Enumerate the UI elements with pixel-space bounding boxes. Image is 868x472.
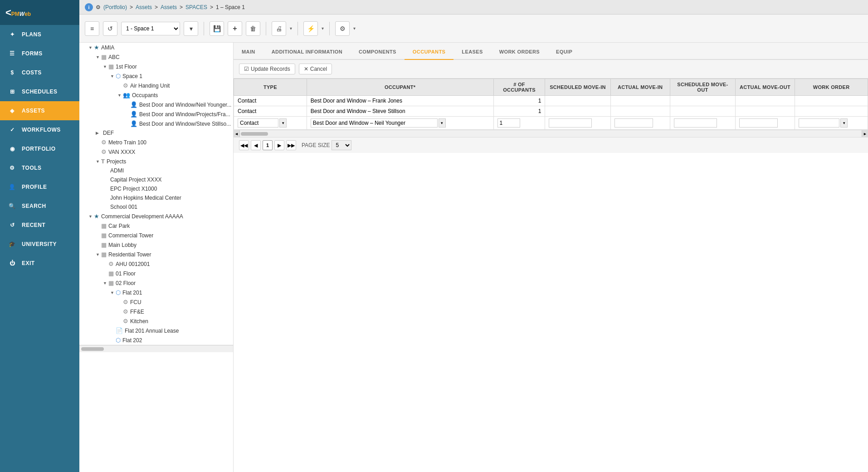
tree-item-metro-train[interactable]: ⚙ Metro Train 100 [79, 138, 233, 147]
next-page-button[interactable]: ▶ [274, 140, 284, 150]
tree-item-air-handling[interactable]: ⚙ Air Handing Unit [79, 81, 233, 90]
tree-scroll-bar[interactable] [79, 345, 233, 352]
delete-button[interactable]: 🗑 [246, 21, 260, 36]
tree-item-01floor[interactable]: ▦ 01 Floor [79, 269, 233, 278]
sidebar-item-portfolio[interactable]: ◉ PORTFOLIO [0, 139, 79, 158]
tree-item-kitchen[interactable]: ⚙ Kitchen [79, 316, 233, 326]
type-input[interactable] [238, 118, 278, 128]
tree-item-admi[interactable]: ADMI [79, 166, 233, 175]
tree-item-person3[interactable]: 👤 Best Door and Window/Steve Stillso... [79, 119, 233, 128]
breadcrumb-portfolio[interactable]: (Portfolio) [103, 4, 127, 10]
first-page-button[interactable]: ◀◀ [239, 140, 249, 150]
record-selector[interactable]: 1 - Space 1 [121, 22, 180, 35]
tree-item-flat201-lease[interactable]: 📄 Flat 201 Annual Lease [79, 326, 233, 335]
hamburger-button[interactable]: ≡ [85, 21, 99, 36]
scroll-left-btn[interactable]: ◄ [234, 130, 240, 137]
tree-item-02floor[interactable]: ▼ ▦ 02 Floor [79, 278, 233, 288]
cell-occupant-edit[interactable]: ▾ [307, 117, 493, 130]
tree-item-car-park[interactable]: ▦ Car Park [79, 221, 233, 231]
last-page-button[interactable]: ▶▶ [286, 140, 296, 150]
tree-item-commercial-tower[interactable]: ▦ Commercial Tower [79, 231, 233, 240]
cancel-button[interactable]: ✕ Cancel [299, 64, 332, 74]
tree-item-flat201[interactable]: ▼ ⬡ Flat 201 [79, 288, 233, 297]
work-order-dropdown-btn[interactable]: ▾ [840, 118, 848, 128]
prev-page-button[interactable]: ◀ [251, 140, 261, 150]
cell-scheduled-move-in-edit[interactable] [545, 117, 610, 130]
tree-item-person1[interactable]: 👤 Best Door and Window/Neil Younger... [79, 100, 233, 109]
breadcrumb-assets2[interactable]: Assets [161, 4, 177, 10]
tab-additional-info[interactable]: ADDITIONAL INFORMATION [263, 44, 351, 60]
tab-main[interactable]: MAIN [234, 44, 263, 60]
tree-item-school001[interactable]: School 001 [79, 202, 233, 211]
tab-occupants[interactable]: OCCUPANTS [405, 44, 454, 60]
sidebar-item-exit[interactable]: ⏻ EXIT [0, 254, 79, 273]
save-button[interactable]: 💾 [210, 21, 224, 36]
tree-item-amia[interactable]: ▼ ★ AMIA [79, 43, 233, 52]
tree-item-abc[interactable]: ▼ ▦ ABC [79, 52, 233, 62]
settings-button[interactable]: ⚙ [335, 21, 350, 36]
tree-item-projects[interactable]: ▼ T Projects [79, 157, 233, 166]
tab-work-orders[interactable]: WORK ORDERS [491, 44, 548, 60]
num-occupants-input[interactable] [497, 118, 520, 128]
cell-scheduled-move-out-edit[interactable] [670, 117, 735, 130]
sidebar-item-workflows[interactable]: ✓ WORKFLOWS [0, 120, 79, 139]
tree-item-flat202[interactable]: ⬡ Flat 202 [79, 335, 233, 345]
tree-item-occupants[interactable]: ▼ 👥 Occupants [79, 90, 233, 100]
current-page-button[interactable]: 1 [263, 140, 273, 150]
sidebar-item-plans[interactable]: ✦ PLANS [0, 25, 79, 44]
occupant-dropdown-btn[interactable]: ▾ [439, 118, 446, 128]
type-dropdown-btn[interactable]: ▾ [279, 118, 287, 128]
tree-item-space1[interactable]: ▼ ⬡ Space 1 [79, 71, 233, 81]
cell-type-edit[interactable]: ▾ [234, 117, 307, 130]
sidebar-item-assets[interactable]: ◈ ASSETS [0, 101, 79, 120]
actual-move-in-input[interactable] [614, 118, 653, 128]
scroll-right-btn[interactable]: ► [862, 130, 868, 137]
tree-item-1st-floor[interactable]: ▼ ▦ 1st Floor [79, 62, 233, 71]
tab-leases[interactable]: LEASES [454, 44, 491, 60]
cell-num-occupants-edit[interactable] [493, 117, 545, 130]
print-button[interactable]: 🖨 [272, 21, 286, 36]
sidebar-item-schedules[interactable]: ⊞ SCHEDULES [0, 82, 79, 101]
cell-actual-move-out-edit[interactable] [735, 117, 795, 130]
undo-button[interactable]: ↺ [103, 21, 117, 36]
tree-item-fcu[interactable]: ⚙ FCU [79, 297, 233, 307]
tab-equip[interactable]: EQUIP [548, 44, 580, 60]
work-order-input[interactable] [799, 118, 839, 128]
dropdown-arrow-button[interactable]: ▾ [184, 21, 198, 36]
tree-item-ahu[interactable]: ⚙ AHU 0012001 [79, 259, 233, 269]
table-scroll-bar[interactable]: ◄ ► [234, 130, 868, 137]
sidebar-item-university[interactable]: 🎓 UNIVERSITY [0, 235, 79, 254]
page-size-select[interactable]: 5 10 25 50 [332, 140, 351, 150]
scheduled-move-in-input[interactable] [549, 118, 592, 128]
tree-item-van[interactable]: ⚙ VAN XXXX [79, 147, 233, 157]
breadcrumb-spaces[interactable]: SPACES [185, 4, 207, 10]
sidebar-item-search[interactable]: 🔍 SEARCH [0, 197, 79, 216]
tree-item-residential-tower[interactable]: ▼ ▦ Residential Tower [79, 250, 233, 259]
folder-icon: ▦ [101, 241, 107, 248]
actual-move-out-input[interactable] [739, 118, 778, 128]
sidebar-item-recent[interactable]: ↺ RECENT [0, 216, 79, 235]
tree-item-commercial-dev[interactable]: ▼ ★ Commercial Development AAAAA [79, 211, 233, 221]
scheduled-move-out-input[interactable] [674, 118, 717, 128]
tree-item-ffe[interactable]: ⚙ FF&E [79, 307, 233, 316]
sidebar-item-profile[interactable]: 👤 PROFILE [0, 177, 79, 197]
tree-item-capital[interactable]: Capital Project XXXX [79, 175, 233, 184]
breadcrumb-assets1[interactable]: Assets [136, 4, 152, 10]
tree-item-epc[interactable]: EPC Project X1000 [79, 184, 233, 193]
tab-components[interactable]: COMPONENTS [351, 44, 405, 60]
toolbar-separator-4 [329, 22, 330, 35]
sidebar-item-forms[interactable]: ☰ FORMS [0, 44, 79, 63]
tree-item-def[interactable]: ▶ DEF [79, 128, 233, 138]
tree-item-johns-hopkins[interactable]: John Hopkins Medical Center [79, 193, 233, 202]
cell-work-order-edit[interactable]: ▾ [795, 117, 868, 130]
cell-actual-move-in-edit[interactable] [610, 117, 670, 130]
tree-item-person2[interactable]: 👤 Best Door and Window/Projects/Fra... [79, 109, 233, 119]
sidebar-item-costs[interactable]: $ COSTS [0, 63, 79, 82]
projects-icon: T [101, 158, 105, 165]
add-button[interactable]: + [228, 21, 242, 36]
tree-item-main-lobby[interactable]: ▦ Main Lobby [79, 240, 233, 250]
update-records-button[interactable]: ☑ Update Records [239, 64, 295, 74]
occupant-input[interactable] [311, 118, 438, 128]
lightning-button[interactable]: ⚡ [303, 21, 318, 36]
sidebar-item-tools[interactable]: ⚙ TOOLS [0, 158, 79, 177]
